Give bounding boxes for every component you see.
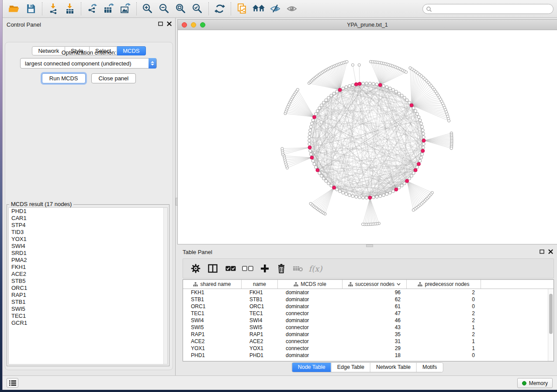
mcds-result-item[interactable]: STB1: [9, 299, 167, 306]
graph-node[interactable]: [354, 83, 358, 86]
mcds-result-item[interactable]: STB5: [9, 278, 167, 285]
graph-node[interactable]: [385, 86, 388, 89]
graph-node[interactable]: [308, 132, 311, 135]
graph-node[interactable]: [336, 188, 339, 191]
graph-node[interactable]: [412, 172, 415, 175]
graph-node[interactable]: [320, 174, 323, 177]
graph-node[interactable]: [336, 90, 339, 93]
graph-node[interactable]: [311, 119, 315, 122]
graph-node[interactable]: [316, 168, 319, 172]
graph-node[interactable]: [325, 179, 328, 182]
show-column-panel-icon[interactable]: [203, 261, 222, 276]
tab-node-table[interactable]: Node Table: [292, 363, 331, 372]
graph-node[interactable]: [422, 136, 425, 139]
select-all-columns-icon[interactable]: [222, 261, 239, 276]
import-table-icon[interactable]: [62, 1, 78, 16]
graph-node[interactable]: [345, 193, 348, 196]
graph-node[interactable]: [416, 113, 419, 116]
memory-button[interactable]: Memory: [517, 378, 553, 388]
column-header-successor-nodes[interactable]: successor nodes: [343, 280, 407, 289]
save-session-icon[interactable]: [23, 1, 39, 16]
mcds-result-item[interactable]: CAR1: [9, 215, 167, 222]
graph-node[interactable]: [322, 101, 325, 104]
graph-node[interactable]: [338, 88, 342, 92]
graph-node[interactable]: [318, 107, 321, 110]
graph-node[interactable]: [405, 71, 407, 73]
graph-node[interactable]: [315, 113, 318, 116]
close-panel-icon[interactable]: [167, 21, 172, 26]
graph-node[interactable]: [327, 96, 330, 100]
search-input[interactable]: [422, 4, 554, 14]
graph-node[interactable]: [414, 168, 417, 172]
scrollbar-thumb[interactable]: [549, 294, 553, 334]
tab-edge-table[interactable]: Edge Table: [331, 363, 370, 372]
create-column-icon[interactable]: [256, 261, 273, 276]
table-row[interactable]: TEC1TEC1connector472: [183, 310, 548, 317]
graph-node[interactable]: [339, 190, 342, 193]
mcds-result-item[interactable]: YOX1: [9, 236, 167, 243]
graph-node[interactable]: [419, 119, 422, 122]
table-row[interactable]: YOX1YOX1connector291: [183, 345, 548, 352]
graph-node[interactable]: [348, 194, 351, 197]
graph-node[interactable]: [325, 99, 328, 102]
mcds-result-item[interactable]: TEC1: [9, 313, 167, 320]
graph-node[interactable]: [330, 94, 333, 97]
graph-node[interactable]: [375, 196, 378, 199]
column-header-name[interactable]: name: [242, 280, 278, 289]
zoom-out-icon[interactable]: [156, 1, 173, 16]
mcds-result-item[interactable]: ACE2: [9, 271, 167, 278]
graph-node[interactable]: [309, 129, 312, 132]
graph-node[interactable]: [414, 110, 417, 113]
graph-node[interactable]: [313, 162, 316, 165]
graph-node[interactable]: [382, 194, 385, 197]
graph-node[interactable]: [408, 177, 411, 180]
graph-node[interactable]: [358, 82, 361, 86]
run-mcds-button[interactable]: Run MCDS: [42, 73, 86, 83]
graph-node[interactable]: [420, 156, 423, 159]
graph-node[interactable]: [422, 132, 425, 135]
graph-node[interactable]: [400, 94, 403, 97]
graph-node[interactable]: [311, 159, 315, 162]
graph-node[interactable]: [308, 146, 311, 149]
close-panel-button[interactable]: Close panel: [91, 73, 136, 83]
graph-node[interactable]: [403, 96, 406, 100]
graph-node[interactable]: [315, 166, 318, 169]
graph-node[interactable]: [410, 103, 413, 107]
graph-node[interactable]: [408, 101, 411, 104]
graph-node[interactable]: [342, 191, 345, 194]
task-history-button[interactable]: [7, 378, 18, 388]
mcds-result-item[interactable]: PHD1: [9, 208, 167, 215]
graph-node[interactable]: [388, 191, 391, 194]
table-row[interactable]: ORC1ORC1dominator610: [183, 303, 548, 310]
apply-layout-icon[interactable]: [211, 1, 228, 16]
home-icon[interactable]: [250, 1, 267, 16]
graph-node[interactable]: [310, 156, 314, 159]
graph-node[interactable]: [318, 172, 321, 175]
delete-table-icon-disabled[interactable]: [290, 261, 306, 276]
delete-column-icon[interactable]: [273, 261, 290, 276]
graph-node[interactable]: [375, 83, 378, 86]
float-panel-icon[interactable]: [158, 21, 163, 26]
graph-node[interactable]: [421, 125, 424, 128]
graph-node[interactable]: [398, 186, 401, 189]
graph-node[interactable]: [379, 195, 382, 198]
graph-node[interactable]: [327, 182, 330, 185]
float-panel-icon[interactable]: [540, 249, 544, 254]
graph-node[interactable]: [345, 86, 348, 89]
graph-node[interactable]: [281, 148, 284, 150]
hide-eye-icon[interactable]: [267, 1, 284, 16]
export-table-icon[interactable]: [100, 1, 117, 16]
table-row[interactable]: STB1STB1dominator620: [183, 296, 548, 303]
show-eye-icon[interactable]: [284, 1, 300, 16]
graph-node[interactable]: [412, 107, 415, 110]
tab-network-table[interactable]: Network Table: [370, 363, 416, 372]
graph-node[interactable]: [450, 147, 453, 150]
graph-node[interactable]: [342, 87, 345, 90]
graph-node[interactable]: [368, 196, 372, 199]
column-header-shared-name[interactable]: shared name: [183, 280, 242, 289]
graph-node[interactable]: [422, 146, 425, 149]
import-network-icon[interactable]: [45, 1, 62, 16]
network-window-titlebar[interactable]: YPA_prune.txt_1: [177, 19, 557, 30]
zoom-fit-icon[interactable]: [173, 1, 189, 16]
graph-node[interactable]: [308, 139, 311, 142]
